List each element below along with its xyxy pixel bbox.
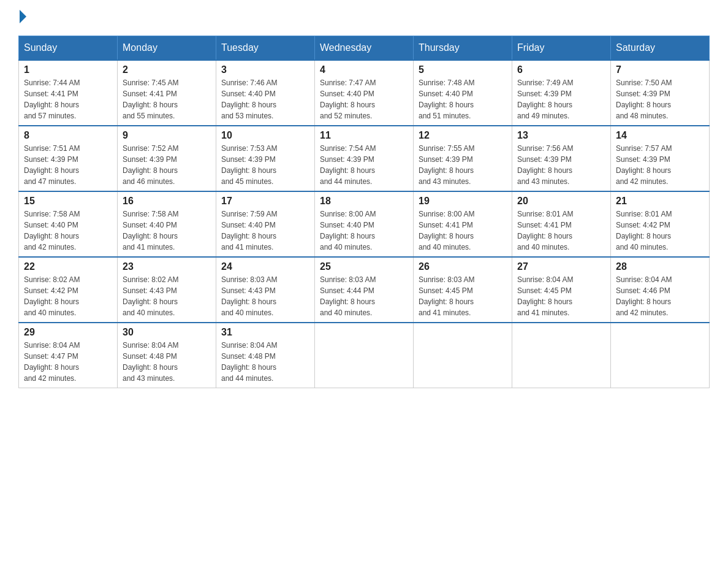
- day-info: Sunrise: 7:59 AM Sunset: 4:40 PM Dayligh…: [221, 209, 309, 253]
- day-number: 22: [24, 261, 112, 272]
- calendar-cell: 7 Sunrise: 7:50 AM Sunset: 4:39 PM Dayli…: [611, 60, 710, 126]
- day-info: Sunrise: 8:03 AM Sunset: 4:45 PM Dayligh…: [419, 274, 507, 318]
- day-header-thursday: Thursday: [414, 36, 512, 61]
- day-number: 28: [616, 261, 704, 272]
- day-info: Sunrise: 7:57 AM Sunset: 4:39 PM Dayligh…: [616, 143, 704, 187]
- day-number: 23: [123, 261, 211, 272]
- day-info: Sunrise: 7:51 AM Sunset: 4:39 PM Dayligh…: [24, 143, 112, 187]
- day-number: 10: [221, 130, 309, 141]
- day-info: Sunrise: 8:03 AM Sunset: 4:43 PM Dayligh…: [221, 274, 309, 318]
- day-number: 9: [123, 130, 211, 141]
- day-number: 15: [24, 196, 112, 207]
- day-info: Sunrise: 8:04 AM Sunset: 4:46 PM Dayligh…: [616, 274, 704, 318]
- day-number: 13: [517, 130, 605, 141]
- calendar-cell: 1 Sunrise: 7:44 AM Sunset: 4:41 PM Dayli…: [19, 60, 118, 126]
- calendar-cell: [512, 323, 611, 388]
- day-header-wednesday: Wednesday: [315, 36, 414, 61]
- day-number: 26: [419, 261, 507, 272]
- week-row-1: 1 Sunrise: 7:44 AM Sunset: 4:41 PM Dayli…: [19, 60, 710, 126]
- calendar-cell: 14 Sunrise: 7:57 AM Sunset: 4:39 PM Dayl…: [611, 126, 710, 191]
- calendar-cell: 4 Sunrise: 7:47 AM Sunset: 4:40 PM Dayli…: [315, 60, 414, 126]
- week-row-5: 29 Sunrise: 8:04 AM Sunset: 4:47 PM Dayl…: [19, 323, 710, 388]
- calendar-cell: 29 Sunrise: 8:04 AM Sunset: 4:47 PM Dayl…: [19, 323, 118, 388]
- day-number: 31: [221, 327, 309, 338]
- calendar-cell: [611, 323, 710, 388]
- day-number: 25: [320, 261, 408, 272]
- day-number: 19: [419, 196, 507, 207]
- day-info: Sunrise: 7:58 AM Sunset: 4:40 PM Dayligh…: [123, 209, 211, 253]
- calendar-cell: 24 Sunrise: 8:03 AM Sunset: 4:43 PM Dayl…: [216, 257, 315, 323]
- day-number: 17: [221, 196, 309, 207]
- day-info: Sunrise: 8:04 AM Sunset: 4:48 PM Dayligh…: [123, 340, 211, 384]
- calendar-cell: 16 Sunrise: 7:58 AM Sunset: 4:40 PM Dayl…: [118, 191, 216, 257]
- logo: [18, 12, 26, 23]
- day-number: 3: [221, 64, 309, 75]
- day-number: 8: [24, 130, 112, 141]
- day-header-friday: Friday: [512, 36, 611, 61]
- day-number: 11: [320, 130, 408, 141]
- day-header-sunday: Sunday: [19, 36, 118, 61]
- day-number: 7: [616, 64, 704, 75]
- day-number: 12: [419, 130, 507, 141]
- week-row-3: 15 Sunrise: 7:58 AM Sunset: 4:40 PM Dayl…: [19, 191, 710, 257]
- calendar-cell: 10 Sunrise: 7:53 AM Sunset: 4:39 PM Dayl…: [216, 126, 315, 191]
- calendar-cell: 5 Sunrise: 7:48 AM Sunset: 4:40 PM Dayli…: [414, 60, 512, 126]
- day-info: Sunrise: 7:52 AM Sunset: 4:39 PM Dayligh…: [123, 143, 211, 187]
- day-info: Sunrise: 8:03 AM Sunset: 4:44 PM Dayligh…: [320, 274, 408, 318]
- day-info: Sunrise: 8:01 AM Sunset: 4:42 PM Dayligh…: [616, 209, 704, 253]
- calendar-cell: [315, 323, 414, 388]
- week-row-2: 8 Sunrise: 7:51 AM Sunset: 4:39 PM Dayli…: [19, 126, 710, 191]
- calendar-cell: 30 Sunrise: 8:04 AM Sunset: 4:48 PM Dayl…: [118, 323, 216, 388]
- day-info: Sunrise: 8:04 AM Sunset: 4:47 PM Dayligh…: [24, 340, 112, 384]
- day-number: 29: [24, 327, 112, 338]
- day-info: Sunrise: 7:49 AM Sunset: 4:39 PM Dayligh…: [517, 77, 605, 121]
- day-number: 20: [517, 196, 605, 207]
- calendar-cell: [414, 323, 512, 388]
- day-info: Sunrise: 8:04 AM Sunset: 4:45 PM Dayligh…: [517, 274, 605, 318]
- day-info: Sunrise: 8:00 AM Sunset: 4:40 PM Dayligh…: [320, 209, 408, 253]
- day-info: Sunrise: 8:02 AM Sunset: 4:43 PM Dayligh…: [123, 274, 211, 318]
- day-number: 5: [419, 64, 507, 75]
- day-header-saturday: Saturday: [611, 36, 710, 61]
- day-info: Sunrise: 8:04 AM Sunset: 4:48 PM Dayligh…: [221, 340, 309, 384]
- day-info: Sunrise: 7:45 AM Sunset: 4:41 PM Dayligh…: [123, 77, 211, 121]
- day-info: Sunrise: 7:47 AM Sunset: 4:40 PM Dayligh…: [320, 77, 408, 121]
- calendar-cell: 22 Sunrise: 8:02 AM Sunset: 4:42 PM Dayl…: [19, 257, 118, 323]
- day-info: Sunrise: 7:48 AM Sunset: 4:40 PM Dayligh…: [419, 77, 507, 121]
- calendar-cell: 17 Sunrise: 7:59 AM Sunset: 4:40 PM Dayl…: [216, 191, 315, 257]
- day-info: Sunrise: 8:02 AM Sunset: 4:42 PM Dayligh…: [24, 274, 112, 318]
- calendar-cell: 28 Sunrise: 8:04 AM Sunset: 4:46 PM Dayl…: [611, 257, 710, 323]
- day-info: Sunrise: 7:58 AM Sunset: 4:40 PM Dayligh…: [24, 209, 112, 253]
- calendar-cell: 15 Sunrise: 7:58 AM Sunset: 4:40 PM Dayl…: [19, 191, 118, 257]
- day-number: 18: [320, 196, 408, 207]
- calendar-cell: 13 Sunrise: 7:56 AM Sunset: 4:39 PM Dayl…: [512, 126, 611, 191]
- calendar-cell: 18 Sunrise: 8:00 AM Sunset: 4:40 PM Dayl…: [315, 191, 414, 257]
- day-number: 4: [320, 64, 408, 75]
- calendar-cell: 27 Sunrise: 8:04 AM Sunset: 4:45 PM Dayl…: [512, 257, 611, 323]
- day-info: Sunrise: 7:55 AM Sunset: 4:39 PM Dayligh…: [419, 143, 507, 187]
- week-row-4: 22 Sunrise: 8:02 AM Sunset: 4:42 PM Dayl…: [19, 257, 710, 323]
- day-info: Sunrise: 7:46 AM Sunset: 4:40 PM Dayligh…: [221, 77, 309, 121]
- calendar-cell: 9 Sunrise: 7:52 AM Sunset: 4:39 PM Dayli…: [118, 126, 216, 191]
- day-number: 27: [517, 261, 605, 272]
- calendar-cell: 23 Sunrise: 8:02 AM Sunset: 4:43 PM Dayl…: [118, 257, 216, 323]
- calendar-cell: 11 Sunrise: 7:54 AM Sunset: 4:39 PM Dayl…: [315, 126, 414, 191]
- calendar-cell: 26 Sunrise: 8:03 AM Sunset: 4:45 PM Dayl…: [414, 257, 512, 323]
- logo-triangle-icon: [20, 10, 26, 23]
- day-number: 21: [616, 196, 704, 207]
- day-info: Sunrise: 7:54 AM Sunset: 4:39 PM Dayligh…: [320, 143, 408, 187]
- day-number: 30: [123, 327, 211, 338]
- day-info: Sunrise: 7:44 AM Sunset: 4:41 PM Dayligh…: [24, 77, 112, 121]
- day-info: Sunrise: 7:50 AM Sunset: 4:39 PM Dayligh…: [616, 77, 704, 121]
- day-info: Sunrise: 7:53 AM Sunset: 4:39 PM Dayligh…: [221, 143, 309, 187]
- day-header-tuesday: Tuesday: [216, 36, 315, 61]
- calendar-cell: 25 Sunrise: 8:03 AM Sunset: 4:44 PM Dayl…: [315, 257, 414, 323]
- calendar-cell: 20 Sunrise: 8:01 AM Sunset: 4:41 PM Dayl…: [512, 191, 611, 257]
- calendar-cell: 12 Sunrise: 7:55 AM Sunset: 4:39 PM Dayl…: [414, 126, 512, 191]
- day-header-monday: Monday: [118, 36, 216, 61]
- day-number: 2: [123, 64, 211, 75]
- calendar-cell: 8 Sunrise: 7:51 AM Sunset: 4:39 PM Dayli…: [19, 126, 118, 191]
- day-number: 14: [616, 130, 704, 141]
- calendar-cell: 19 Sunrise: 8:00 AM Sunset: 4:41 PM Dayl…: [414, 191, 512, 257]
- day-info: Sunrise: 7:56 AM Sunset: 4:39 PM Dayligh…: [517, 143, 605, 187]
